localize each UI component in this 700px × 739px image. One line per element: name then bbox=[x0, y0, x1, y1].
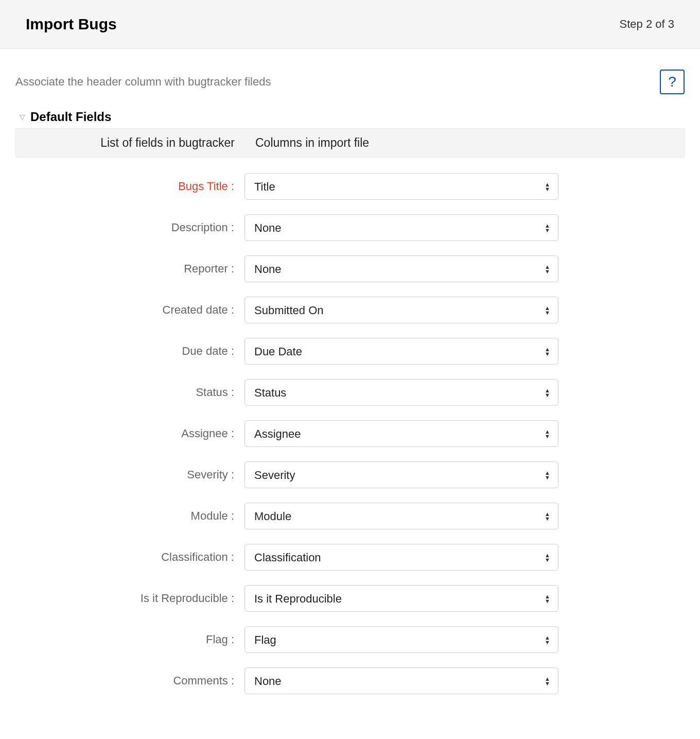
field-label: Status : bbox=[15, 386, 244, 399]
select-wrap: Module▲▼ bbox=[244, 503, 558, 529]
field-row: Reporter :None▲▼ bbox=[15, 255, 685, 282]
table-header-left: List of fields in bugtracker bbox=[16, 136, 245, 150]
column-select[interactable]: Module bbox=[244, 503, 558, 529]
fields-container: Bugs Title :Title▲▼Description :None▲▼Re… bbox=[15, 173, 685, 694]
field-label: Comments : bbox=[15, 674, 244, 688]
field-row: Severity :Severity▲▼ bbox=[15, 461, 685, 488]
select-wrap: Title▲▼ bbox=[244, 173, 558, 200]
column-select[interactable]: None bbox=[244, 214, 558, 241]
field-row: Description :None▲▼ bbox=[15, 214, 685, 241]
field-row: Module :Module▲▼ bbox=[15, 503, 685, 529]
column-select[interactable]: Due Date bbox=[244, 338, 558, 365]
field-row: Flag :Flag▲▼ bbox=[15, 626, 685, 653]
main-content: Associate the header column with bugtrac… bbox=[0, 49, 700, 729]
field-label: Due date : bbox=[15, 345, 244, 358]
page-header: Import Bugs Step 2 of 3 bbox=[0, 0, 700, 49]
column-select[interactable]: Severity bbox=[244, 461, 558, 488]
field-row: Comments :None▲▼ bbox=[15, 667, 685, 694]
field-label: Severity : bbox=[15, 468, 244, 482]
instruction-row: Associate the header column with bugtrac… bbox=[15, 70, 685, 94]
field-label: Bugs Title : bbox=[15, 180, 244, 193]
field-row: Due date :Due Date▲▼ bbox=[15, 338, 685, 365]
field-label: Flag : bbox=[15, 633, 244, 646]
footer-buttons: Continue Cancel bbox=[0, 729, 700, 739]
section-header[interactable]: ▽ Default Fields bbox=[15, 110, 685, 124]
instruction-text: Associate the header column with bugtrac… bbox=[15, 75, 271, 89]
column-select[interactable]: Assignee bbox=[244, 420, 558, 447]
select-wrap: Severity▲▼ bbox=[244, 461, 558, 488]
field-label: Created date : bbox=[15, 303, 244, 317]
table-header-right: Columns in import file bbox=[245, 136, 369, 150]
column-select[interactable]: None bbox=[244, 667, 558, 694]
field-row: Bugs Title :Title▲▼ bbox=[15, 173, 685, 200]
select-wrap: None▲▼ bbox=[244, 667, 558, 694]
column-select[interactable]: Is it Reproducible bbox=[244, 585, 558, 612]
select-wrap: Status▲▼ bbox=[244, 379, 558, 406]
column-select[interactable]: Submitted On bbox=[244, 297, 558, 323]
column-select[interactable]: Title bbox=[244, 173, 558, 200]
select-wrap: Flag▲▼ bbox=[244, 626, 558, 653]
help-button[interactable]: ? bbox=[660, 70, 685, 94]
field-label: Reporter : bbox=[15, 262, 244, 276]
field-row: Status :Status▲▼ bbox=[15, 379, 685, 406]
field-label: Is it Reproducible : bbox=[15, 592, 244, 605]
column-select[interactable]: Flag bbox=[244, 626, 558, 653]
mapping-table-header: List of fields in bugtracker Columns in … bbox=[15, 128, 685, 158]
select-wrap: None▲▼ bbox=[244, 255, 558, 282]
select-wrap: Classification▲▼ bbox=[244, 544, 558, 571]
collapse-triangle-icon: ▽ bbox=[20, 113, 25, 121]
field-label: Classification : bbox=[15, 551, 244, 564]
field-row: Created date :Submitted On▲▼ bbox=[15, 297, 685, 323]
select-wrap: Submitted On▲▼ bbox=[244, 297, 558, 323]
select-wrap: Assignee▲▼ bbox=[244, 420, 558, 447]
column-select[interactable]: Status bbox=[244, 379, 558, 406]
column-select[interactable]: Classification bbox=[244, 544, 558, 571]
field-label: Assignee : bbox=[15, 427, 244, 440]
select-wrap: Due Date▲▼ bbox=[244, 338, 558, 365]
field-row: Is it Reproducible :Is it Reproducible▲▼ bbox=[15, 585, 685, 612]
field-row: Assignee :Assignee▲▼ bbox=[15, 420, 685, 447]
step-indicator: Step 2 of 3 bbox=[620, 18, 674, 31]
field-label: Description : bbox=[15, 221, 244, 234]
select-wrap: None▲▼ bbox=[244, 214, 558, 241]
field-row: Classification :Classification▲▼ bbox=[15, 544, 685, 571]
select-wrap: Is it Reproducible▲▼ bbox=[244, 585, 558, 612]
help-icon: ? bbox=[668, 74, 676, 90]
page-title: Import Bugs bbox=[26, 15, 117, 33]
column-select[interactable]: None bbox=[244, 255, 558, 282]
field-label: Module : bbox=[15, 509, 244, 523]
section-title: Default Fields bbox=[30, 110, 111, 124]
